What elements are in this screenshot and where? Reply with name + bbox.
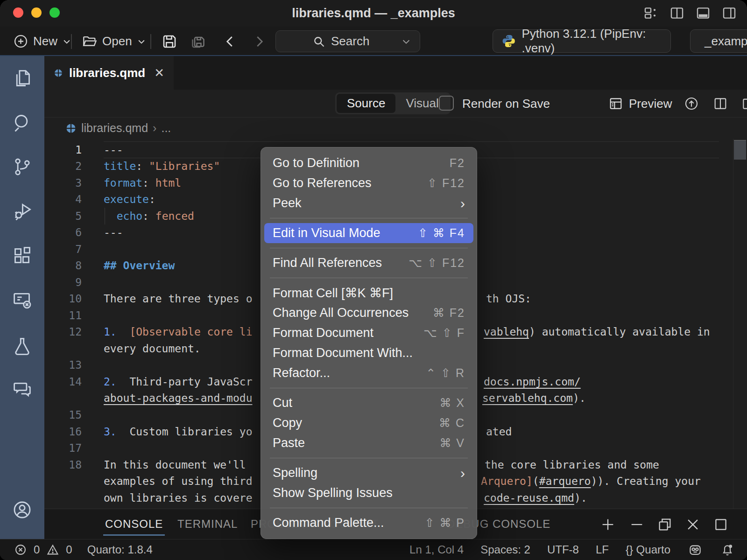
line-number: 16 (53, 423, 82, 440)
breadcrumb-more: ... (161, 121, 171, 135)
app-window: libraries.qmd — _examples New Open (0, 0, 747, 560)
explorer-icon[interactable] (12, 68, 33, 89)
line-number: 18 (53, 456, 82, 473)
quarto-version[interactable]: Quarto: 1.8.4 (87, 543, 153, 556)
warnings-icon[interactable] (46, 543, 59, 556)
status-item[interactable]: {} Quarto (626, 543, 670, 556)
open-button[interactable]: Open (82, 27, 146, 56)
new-button[interactable]: New (13, 27, 71, 56)
tab-close-icon[interactable]: ✕ (154, 66, 164, 80)
open-label: Open (102, 34, 132, 49)
panel-restore-icon[interactable] (657, 517, 673, 532)
scrollbar-thumb[interactable] (734, 140, 746, 160)
source-mode-button[interactable]: Source (337, 94, 395, 113)
run-debug-icon[interactable] (12, 201, 33, 222)
line-number: 12 (53, 323, 82, 340)
menu-shortcut: ⇧ ⌘ F4 (418, 226, 465, 240)
chevron-left-icon (223, 35, 237, 49)
menu-shortcut: ⌘ X (439, 396, 465, 410)
search-sidebar-icon[interactable] (12, 112, 33, 133)
chevron-down-icon (62, 37, 71, 46)
errors-icon[interactable] (14, 543, 27, 556)
save-button[interactable] (161, 27, 178, 56)
navigate-back-button[interactable] (223, 27, 237, 56)
menu-shortcut: ⌥ ⇧ F (423, 326, 465, 340)
line-number: 4 (53, 191, 82, 208)
menu-shortcut: ⌃ ⇧ R (426, 366, 465, 380)
menu-item-go-to-definition[interactable]: Go to DefinitionF2 (264, 153, 473, 173)
menu-item-format-document-with[interactable]: Format Document With... (264, 343, 473, 363)
testing-icon[interactable] (12, 336, 33, 357)
menu-item-format-document[interactable]: Format Document⌥ ⇧ F (264, 323, 473, 343)
account-icon[interactable] (12, 499, 33, 520)
line-number: 14 (53, 373, 82, 390)
assistant-robot-icon[interactable] (687, 542, 703, 558)
split-layout-icon[interactable] (669, 6, 684, 21)
breadcrumb[interactable]: libraries.qmd › ... (44, 118, 747, 139)
preview-button[interactable]: Preview (608, 90, 672, 118)
window-title: libraries.qmd — _examples (0, 0, 747, 27)
customize-layout-icon[interactable] (643, 6, 658, 21)
submenu-arrow-icon: › (460, 196, 465, 211)
split-editor-icon[interactable] (713, 96, 728, 111)
menu-item-change-all-occurrences[interactable]: Change All Occurrences⌘ F2 (264, 303, 473, 323)
menu-item-cut[interactable]: Cut⌘ X (264, 393, 473, 413)
workspace-label: _examples (705, 34, 747, 49)
error-count[interactable]: 0 (34, 543, 40, 556)
status-item[interactable]: LF (596, 543, 609, 556)
line-number: 13 (53, 357, 82, 373)
line-number: 15 (53, 406, 82, 423)
menu-item-show-spelling-issues[interactable]: Show Spelling Issues (264, 483, 473, 503)
search-input[interactable]: Search (275, 30, 420, 52)
warning-count[interactable]: 0 (66, 543, 72, 556)
menu-item-refactor[interactable]: Refactor...⌃ ⇧ R (264, 363, 473, 383)
render-on-save-checkbox[interactable] (439, 96, 454, 111)
line-number: 5 (53, 208, 82, 224)
quarto-file-icon (65, 123, 77, 134)
menu-separator (270, 458, 468, 458)
menu-item-go-to-references[interactable]: Go to References⇧ F12 (264, 173, 473, 193)
panel-tab-terminal[interactable]: TERMINAL (177, 509, 238, 539)
menu-item-paste[interactable]: Paste⌘ V (264, 433, 473, 453)
panel-minimize-icon[interactable] (629, 517, 645, 532)
workspace-selector[interactable]: _examples (690, 29, 747, 53)
panel-add-icon[interactable] (600, 517, 616, 532)
panel-tab-console[interactable]: CONSOLE (105, 509, 163, 539)
publish-icon[interactable] (684, 96, 699, 111)
panel-layout-icon[interactable] (713, 517, 729, 532)
menu-item-spelling[interactable]: Spelling› (264, 463, 473, 483)
source-control-icon[interactable] (12, 156, 33, 177)
submenu-arrow-icon: › (460, 465, 465, 481)
chat-icon[interactable] (12, 379, 33, 400)
menu-item-copy[interactable]: Copy⌘ C (264, 413, 473, 433)
menu-separator (270, 508, 468, 508)
title-bar: libraries.qmd — _examples (0, 0, 747, 27)
tab-label: libraries.qmd (69, 66, 145, 80)
tab-libraries-qmd[interactable]: libraries.qmd ✕ (44, 56, 174, 90)
new-plus-icon (13, 34, 28, 49)
extensions-icon[interactable] (12, 245, 33, 266)
status-item[interactable]: UTF-8 (547, 543, 579, 556)
navigate-forward-button[interactable] (252, 27, 266, 56)
context-menu: Go to DefinitionF2Go to References⇧ F12P… (261, 147, 477, 539)
notifications-bell-icon[interactable] (720, 542, 735, 557)
save-all-icon (189, 33, 206, 50)
toggle-panel-icon[interactable] (696, 6, 711, 21)
menu-item-peek[interactable]: Peek› (264, 193, 473, 213)
toggle-sidebar-icon[interactable] (722, 6, 737, 21)
open-external-icon[interactable] (741, 96, 747, 111)
interpreter-selector[interactable]: Python 3.12.1 (PipEnv: .venv) (493, 29, 671, 53)
menu-item-format-cell-k-f[interactable]: Format Cell [⌘K ⌘F] (264, 283, 473, 303)
menu-item-command-palette[interactable]: Command Palette...⇧ ⌘ P (264, 513, 473, 533)
line-number: 2 (53, 158, 82, 175)
panel-close-icon[interactable] (685, 517, 701, 532)
menu-item-find-all-references[interactable]: Find All References⌥ ⇧ F12 (264, 253, 473, 273)
menu-shortcut: ⌘ C (439, 416, 465, 430)
interpreter-label: Python 3.12.1 (PipEnv: .venv) (521, 27, 662, 56)
save-all-button[interactable] (189, 27, 206, 56)
sessions-icon[interactable] (12, 289, 33, 310)
menu-item-edit-in-visual-mode[interactable]: Edit in Visual Mode⇧ ⌘ F4 (264, 223, 473, 243)
breadcrumb-file: libraries.qmd (81, 121, 148, 135)
status-item[interactable]: Ln 1, Col 4 (409, 543, 464, 556)
status-item[interactable]: Spaces: 2 (480, 543, 530, 556)
